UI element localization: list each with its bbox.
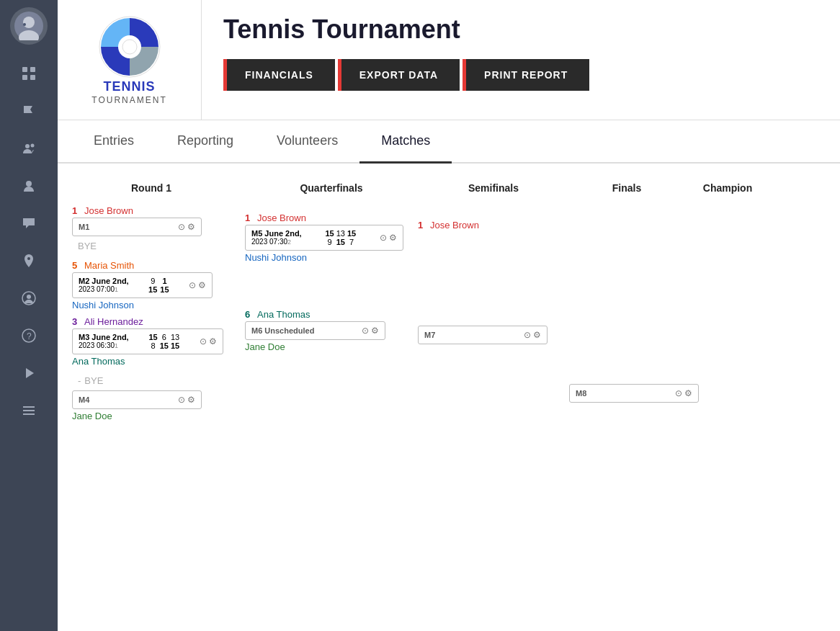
- match-m3: M3 June 2nd, 2023 06:301 158 615 1315: [72, 328, 223, 354]
- svg-point-1: [23, 17, 35, 28]
- tab-volunteers[interactable]: Volunteers: [255, 120, 359, 164]
- sidebar-icon-users[interactable]: [13, 133, 45, 164]
- match-m3-icons: [200, 336, 217, 346]
- sidebar-icon-flag[interactable]: [13, 95, 45, 127]
- champion-column: Champion: [684, 178, 771, 423]
- player-nushi-johnson-r1: Nushi Johnson: [72, 298, 231, 312]
- svg-point-3: [23, 23, 26, 26]
- svg-marker-16: [26, 368, 34, 378]
- financials-button[interactable]: FINANCIALS: [223, 59, 335, 91]
- match-m8-container: M8: [569, 384, 684, 403]
- svg-rect-17: [23, 406, 35, 408]
- player-jose-brown-qf: 1 Jose Brown: [245, 211, 418, 225]
- bye-slot-1: BYE: [72, 236, 231, 256]
- tournament-title: Tennis Tournament: [223, 14, 818, 45]
- gear-icon-m3[interactable]: [209, 336, 217, 346]
- sidebar: ?: [0, 0, 58, 631]
- player-ana-thomas-r1: Ana Thomas: [72, 354, 231, 368]
- main-content: TENNIS TOURNAMENT Tennis Tournament FINA…: [58, 0, 840, 631]
- round-1-header: Round 1: [72, 178, 231, 204]
- match-m1-icons: [178, 222, 195, 232]
- gear-icon-m2[interactable]: [198, 280, 206, 290]
- clock-icon-m7[interactable]: [524, 330, 531, 340]
- finals-header: Finals: [569, 178, 684, 204]
- bracket-rounds: Round 1 1 Jose Brown M1 BYE: [72, 178, 828, 423]
- header: TENNIS TOURNAMENT Tennis Tournament FINA…: [58, 0, 840, 120]
- match-m2-icons: [189, 280, 206, 290]
- tabs-bar: Entries Reporting Volunteers Matches: [58, 120, 840, 164]
- gear-icon-m1[interactable]: [187, 222, 195, 232]
- match-m1: M1: [72, 218, 202, 236]
- finals-column: Finals M8: [569, 178, 684, 423]
- r1-section-3: 3 Ali Hernandez M3 June 2nd, 2023 06:301…: [72, 315, 231, 368]
- svg-point-9: [31, 144, 35, 148]
- sidebar-icon-play[interactable]: [13, 357, 45, 389]
- match-m8: M8: [569, 384, 699, 403]
- svg-rect-5: [30, 67, 35, 72]
- sidebar-icon-grid[interactable]: [13, 58, 45, 89]
- tab-entries[interactable]: Entries: [72, 120, 156, 164]
- avatar: [10, 7, 48, 45]
- clock-icon-m1[interactable]: [178, 222, 185, 232]
- sidebar-icon-location[interactable]: [13, 245, 45, 277]
- bracket-container: Round 1 1 Jose Brown M1 BYE: [58, 164, 840, 631]
- player-jane-doe-qf: Jane Doe: [245, 340, 418, 354]
- sidebar-icon-person[interactable]: [13, 170, 45, 202]
- sidebar-icon-user-circle[interactable]: [13, 282, 45, 314]
- round-1-column: Round 1 1 Jose Brown M1 BYE: [72, 178, 231, 423]
- connector-r1-qf: [231, 178, 245, 423]
- player-nushi-johnson-qf: Nushi Johnson: [245, 251, 418, 264]
- gear-icon-m6[interactable]: [371, 326, 379, 336]
- player-jose-brown-sf: 1 Jose Brown: [418, 218, 569, 232]
- tab-matches[interactable]: Matches: [359, 120, 452, 164]
- svg-point-10: [26, 181, 32, 187]
- svg-text:?: ?: [27, 331, 32, 341]
- sidebar-icon-help[interactable]: ?: [13, 320, 45, 352]
- player-ali-hernandez-r1: 3 Ali Hernandez: [72, 315, 231, 328]
- match-m5-icons: [380, 233, 397, 243]
- export-data-button[interactable]: EXPORT DATA: [338, 59, 460, 91]
- svg-point-22: [122, 40, 137, 54]
- match-m7-container: M7: [418, 326, 569, 344]
- sidebar-icon-chat[interactable]: [13, 207, 45, 239]
- player-maria-smith-r1: 5 Maria Smith: [72, 259, 231, 272]
- qf-header: Quarterfinals: [245, 178, 418, 204]
- sf-header: Semifinals: [418, 178, 569, 204]
- logo-image: [97, 14, 162, 79]
- match-m5: M5 June 2nd, 2023 07:302 159 1315 157: [245, 225, 403, 251]
- clock-icon-m3[interactable]: [200, 336, 207, 346]
- clock-icon-m2[interactable]: [189, 280, 196, 290]
- r1-section-1: 1 Jose Brown M1 BYE: [72, 204, 231, 256]
- player-jane-doe-r1: Jane Doe: [72, 409, 231, 423]
- tab-reporting[interactable]: Reporting: [156, 120, 255, 164]
- match-m2: M2 June 2nd, 2023 07:001 915 115: [72, 272, 213, 298]
- svg-rect-7: [30, 75, 35, 80]
- match-m4: M4: [72, 390, 202, 409]
- player-jose-brown-r1: 1 Jose Brown: [72, 204, 231, 218]
- match-m7: M7: [418, 326, 548, 344]
- semifinals-column: Semifinals 1 Jose Brown M7: [418, 178, 569, 423]
- svg-rect-6: [22, 75, 27, 80]
- clock-icon-m5[interactable]: [380, 233, 387, 243]
- clock-icon-m4[interactable]: [178, 395, 185, 405]
- svg-point-11: [27, 257, 30, 260]
- match-m4-icons: [178, 395, 195, 405]
- champion-header: Champion: [684, 178, 771, 204]
- logo-section: TENNIS TOURNAMENT: [58, 0, 202, 120]
- svg-point-8: [25, 144, 30, 148]
- match-m6-icons: [362, 326, 379, 336]
- qf-section-bottom: 6 Ana Thomas M6 Unscheduled Jane Doe: [245, 308, 418, 354]
- gear-icon-m4[interactable]: [187, 395, 195, 405]
- clock-icon-m8[interactable]: [675, 388, 682, 398]
- header-buttons: FINANCIALS EXPORT DATA PRINT REPORT: [223, 59, 818, 91]
- player-ana-thomas-qf: 6 Ana Thomas: [245, 308, 418, 321]
- sf-section: 1 Jose Brown M7: [418, 218, 569, 344]
- gear-icon-m5[interactable]: [389, 233, 397, 243]
- r1-section-4: - BYE M4 Jane Doe: [72, 371, 231, 423]
- sidebar-icon-list[interactable]: [13, 395, 45, 426]
- gear-icon-m7[interactable]: [533, 330, 541, 340]
- svg-rect-18: [23, 410, 35, 411]
- svg-rect-4: [22, 67, 27, 72]
- print-report-button[interactable]: PRINT REPORT: [463, 59, 589, 91]
- clock-icon-m6[interactable]: [362, 326, 369, 336]
